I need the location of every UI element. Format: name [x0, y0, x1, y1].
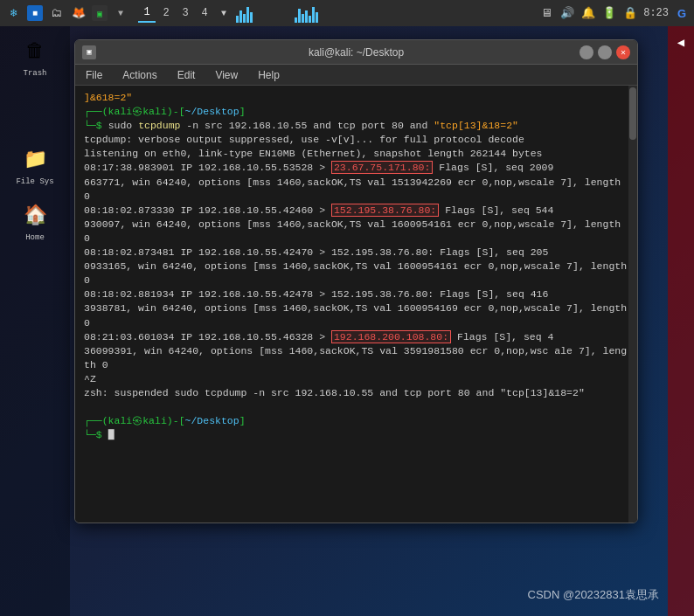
workspace-1[interactable]: 1: [138, 3, 156, 23]
clock: 8:23: [643, 7, 669, 19]
right-arrow-icon[interactable]: ◀: [677, 35, 684, 50]
maximize-button[interactable]: [598, 45, 612, 59]
taskbar-app-icon-3[interactable]: 🗂: [46, 3, 66, 23]
terminal-menubar: File Actions Edit View Help: [75, 65, 637, 86]
ctrl-z-line: ^Z: [84, 372, 628, 386]
trash-label: Trash: [23, 69, 46, 78]
prompt-bracket-3: ]: [239, 106, 246, 117]
menu-help[interactable]: Help: [254, 67, 283, 83]
packet2-dest: 152.195.38.76.80:: [331, 204, 439, 217]
filesystem-icon-panel[interactable]: 📁 File Sys: [16, 143, 53, 186]
taskbar-app-icon-2[interactable]: ■: [27, 5, 43, 21]
packet1-prefix: 08:17:38.983901 IP 192.168.10.55.53528 >: [84, 162, 331, 173]
prompt-path-1: ~/Desktop: [185, 106, 239, 117]
speaker-icon[interactable]: 🔊: [559, 5, 575, 21]
g-icon[interactable]: G: [674, 5, 690, 21]
packet1-line2: 663771, win 64240, options [mss 1460,sac…: [84, 176, 628, 204]
watermark: CSDN @20232831袁思承: [528, 587, 659, 603]
taskbar-right: 🖥 🔊 🔔 🔋 🔒 8:23 G: [538, 5, 690, 21]
packet2-line2: 930097, win 64240, options [mss 1460,sac…: [84, 218, 628, 246]
prompt-bracket-1: ┌──(: [84, 106, 108, 117]
bell-icon[interactable]: 🔔: [580, 5, 596, 21]
menu-edit[interactable]: Edit: [174, 67, 199, 83]
home-label: Home: [25, 233, 45, 242]
left-panel: 🗑 Trash 📁 File Sys 🏠 Home: [0, 26, 70, 616]
menu-view[interactable]: View: [212, 67, 241, 83]
filesystem-icon: 📁: [19, 143, 51, 175]
packet2-prefix: 08:18:02.873330 IP 192.168.10.55.42460 >: [84, 204, 331, 216]
packet-line-5: 08:21:03.601034 IP 192.168.10.55.46328 >…: [84, 330, 628, 344]
scrollbar-thumb[interactable]: [629, 87, 636, 140]
prompt2-bracket-2: )-[: [167, 415, 185, 426]
output-listening: listening on eth0, link-type EN10MB (Eth…: [84, 147, 628, 161]
prompt2-path: ~/Desktop: [185, 415, 239, 426]
cmd2-cursor: █: [108, 429, 115, 440]
packet1-suffix: Flags [S], seq 2009: [433, 162, 553, 173]
menu-actions[interactable]: Actions: [119, 67, 160, 83]
minimize-button[interactable]: [579, 45, 593, 59]
terminal-window-icon: ▣: [82, 45, 96, 59]
terminal-title: kali@kali: ~/Desktop: [309, 46, 404, 59]
terminal-window: ▣ kali@kali: ~/Desktop ✕ File Actions Ed…: [74, 39, 638, 523]
cmd-tcpdump: tcpdump: [138, 120, 180, 131]
cmd-dollar-1: $: [96, 120, 102, 131]
taskbar-terminal-icon[interactable]: ▣: [92, 5, 108, 21]
cmd-sudo: sudo: [108, 120, 139, 131]
workspace-2[interactable]: 2: [157, 3, 175, 23]
audio-bars-2: [295, 3, 318, 23]
output-verbose: tcpdump: verbose output suppressed, use …: [84, 133, 628, 147]
packet5-dest: 192.168.200.108.80:: [331, 330, 451, 343]
desktop: ❄ ■ 🗂 🦊 ▣ ▼ 1 2 3 4 ▼: [0, 0, 694, 616]
suspended-line: zsh: suspended sudo tcpdump -n src 192.1…: [84, 386, 628, 400]
taskbar-app-icon-1[interactable]: ❄: [4, 3, 24, 23]
taskbar-app-icon-4[interactable]: 🦊: [69, 3, 88, 23]
packet2-suffix: Flags [S], seq 544: [439, 204, 553, 216]
menu-file[interactable]: File: [82, 67, 106, 83]
home-icon-panel[interactable]: 🏠 Home: [19, 199, 51, 242]
blank-line: [84, 400, 628, 414]
prompt-user-1: kali㉿kali: [108, 106, 167, 117]
audio-bars-1: [236, 3, 253, 23]
cmd2-arrow: └─: [84, 429, 96, 440]
packet5-line2: 36099391, win 64240, options [mss 1460,s…: [84, 344, 628, 372]
prompt2-bracket-1: ┌──(: [84, 415, 108, 426]
home-icon: 🏠: [19, 199, 51, 231]
packet-line-2: 08:18:02.873330 IP 192.168.10.55.42460 >…: [84, 204, 628, 218]
cmd-filter: "tcp[13]&18=2": [434, 120, 518, 131]
trash-icon-panel[interactable]: 🗑 Trash: [19, 35, 51, 78]
prompt-bracket-2: )-[: [167, 106, 185, 117]
prev-cmd-line: ]&618=2": [84, 91, 628, 105]
trash-icon: 🗑: [19, 35, 51, 66]
workspace-numbers: 1 2 3 4 ▼: [138, 3, 232, 23]
workspace-3[interactable]: 3: [177, 3, 194, 23]
close-button[interactable]: ✕: [616, 45, 630, 59]
workspace-4[interactable]: 4: [196, 3, 213, 23]
packet5-prefix: 08:21:03.601034 IP 192.168.10.55.46328 >: [84, 331, 331, 343]
filesystem-label: File Sys: [16, 177, 53, 186]
terminal-content[interactable]: ]&618=2" ┌──(kali㉿kali)-[~/Desktop] └─$ …: [75, 86, 637, 523]
taskbar-top: ❄ ■ 🗂 🦊 ▣ ▼ 1 2 3 4 ▼: [0, 0, 694, 26]
prompt-line-1: ┌──(kali㉿kali)-[~/Desktop]: [84, 105, 628, 119]
terminal-titlebar: ▣ kali@kali: ~/Desktop ✕: [75, 40, 637, 65]
packet-line-4a: 08:18:02.881934 IP 192.168.10.55.42478 >…: [84, 287, 628, 301]
prompt-line-2: ┌──(kali㉿kali)-[~/Desktop]: [84, 414, 628, 428]
cmd2-dollar: $: [96, 429, 102, 440]
prompt2-user: kali㉿kali: [108, 415, 167, 426]
monitor-icon[interactable]: 🖥: [538, 5, 554, 21]
battery-icon[interactable]: 🔋: [601, 5, 617, 21]
lock-icon[interactable]: 🔒: [622, 5, 638, 21]
prompt2-bracket-3: ]: [239, 415, 246, 426]
packet-line-4b: 3938781, win 64240, options [mss 1460,sa…: [84, 301, 628, 329]
packet1-dest: 23.67.75.171.80:: [331, 161, 433, 174]
cmd-args: -n src 192.168.10.55 and tcp port 80 and: [186, 120, 434, 131]
terminal-controls: ✕: [579, 45, 630, 59]
cmd-line-2: └─$ █: [84, 428, 628, 442]
packet-line-3b: 0933165, win 64240, options [mss 1460,sa…: [84, 260, 628, 287]
workspace-dropdown[interactable]: ▼: [215, 3, 232, 23]
right-panel: ◀: [668, 26, 694, 616]
packet-line-1: 08:17:38.983901 IP 192.168.10.55.53528 >…: [84, 161, 628, 175]
cmd-line-1: └─$ sudo tcpdump -n src 192.168.10.55 an…: [84, 119, 628, 133]
taskbar-dropdown-btn[interactable]: ▼: [111, 3, 130, 23]
terminal-scrollbar[interactable]: [628, 86, 637, 523]
packet5-suffix: Flags [S], seq 4: [451, 331, 553, 343]
